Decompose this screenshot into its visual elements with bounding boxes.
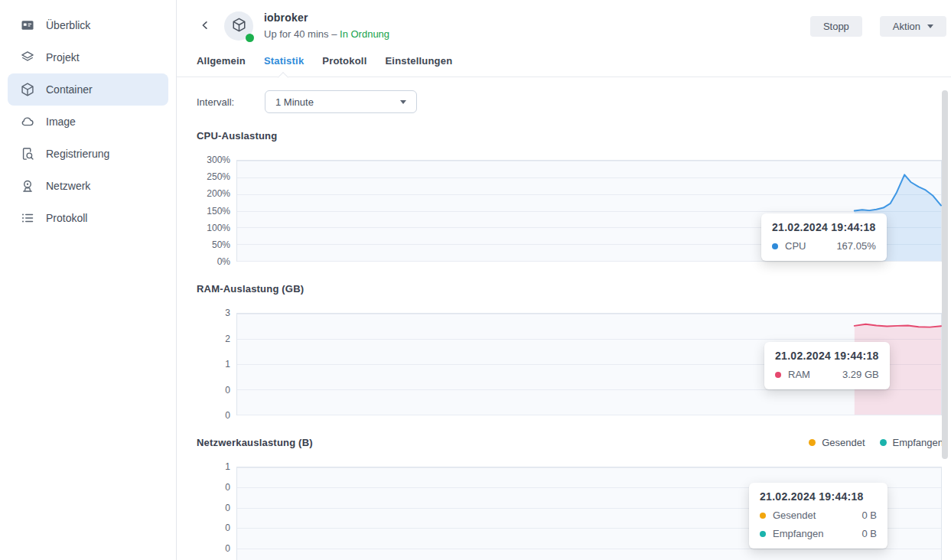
tooltip-series-label: Gesendet [773, 510, 816, 521]
container-cube-icon [231, 17, 247, 35]
sidebar-item-image[interactable]: Image [8, 106, 168, 138]
y-tick-label: 300% [207, 155, 230, 165]
tooltip-row: Gesendet0 B [760, 510, 877, 521]
tooltip-row: CPU167.05% [772, 240, 876, 252]
sidebar-item-label: Image [46, 116, 76, 128]
container-cube-icon [20, 82, 35, 97]
back-button[interactable] [197, 18, 213, 34]
sidebar-item-container[interactable]: Container [8, 73, 168, 106]
network-hub-icon [20, 178, 35, 194]
chart-title: CPU-Auslastung [197, 130, 277, 142]
tooltip-series-value: 0 B [842, 510, 877, 521]
y-tick-label: 0 [225, 482, 230, 493]
y-tick-label: 0 [225, 385, 230, 396]
container-avatar [224, 11, 253, 41]
sidebar-item-ueberblick[interactable]: Überblick [8, 9, 168, 41]
y-tick-label: 0 [225, 410, 230, 421]
tooltip-series-label: Empfangen [773, 528, 824, 539]
y-tick-label: 0% [217, 256, 230, 267]
chart-tooltip: 21.02.2024 19:44:18Gesendet0 BEmpfangen0… [749, 483, 887, 549]
chart-header: RAM-Auslastung (GB) [197, 283, 951, 295]
y-tick-label: 1 [225, 359, 230, 370]
tooltip-date: 21.02.2024 19:44:18 [775, 350, 879, 362]
chart-ram: RAM-Auslastung (GB)3210021.02.2024 19:44… [197, 283, 951, 415]
gridline [237, 415, 941, 415]
tooltip-series-value: 0 B [842, 528, 877, 539]
tooltip-series-value: 3.29 GB [822, 369, 879, 380]
chevron-left-icon [198, 18, 212, 34]
chart-header: CPU-Auslastung [197, 130, 951, 142]
y-tick-label: 1 [225, 461, 230, 472]
chart-netzwerk: Netzwerkauslastung (B)GesendetEmpfangen1… [197, 437, 951, 560]
interval-row: Intervall: 1 Minute [197, 90, 951, 113]
gridline [237, 467, 941, 468]
gridline [237, 261, 941, 262]
tab-allgemein[interactable]: Allgemein [197, 55, 246, 67]
registry-search-icon [20, 146, 35, 161]
action-button-label: Aktion [893, 21, 920, 32]
running-status-dot [246, 34, 254, 42]
y-axis: 300%250%200%150%100%50%0% [197, 160, 236, 262]
y-axis: 32100 [197, 313, 236, 415]
sidebar-item-projekt[interactable]: Projekt [8, 41, 168, 73]
stop-button[interactable]: Stopp [810, 16, 862, 37]
health-status-text: In Ordnung [340, 28, 389, 40]
chevron-down-icon [927, 24, 933, 28]
legend-item: Empfangen [880, 437, 944, 448]
chart-title: RAM-Auslastung (GB) [197, 283, 304, 295]
chart-title: Netzwerkauslastung (B) [197, 437, 313, 448]
chart-plot-area[interactable]: 21.02.2024 19:44:18RAM3.29 GB [236, 313, 942, 415]
legend-label: Empfangen [893, 437, 944, 448]
chart-plot-area[interactable]: 21.02.2024 19:44:18Gesendet0 BEmpfangen0… [236, 467, 942, 560]
sidebar-item-label: Überblick [46, 19, 90, 31]
tooltip-row: Empfangen0 B [760, 528, 877, 539]
chart-plot-area[interactable]: 21.02.2024 19:44:18CPU167.05% [236, 160, 942, 262]
project-layers-icon [20, 50, 35, 65]
y-axis: 100000 [197, 467, 236, 560]
tab-einstellungen[interactable]: Einstellungen [385, 55, 452, 67]
interval-selected-value: 1 Minute [275, 96, 400, 108]
tab-statistik[interactable]: Statistik [264, 55, 304, 67]
series-dot-icon [775, 372, 781, 378]
series-dot-icon [772, 243, 778, 249]
action-menu-button[interactable]: Aktion [880, 16, 946, 37]
interval-select[interactable]: 1 Minute [265, 90, 417, 113]
sidebar-item-label: Container [46, 83, 93, 96]
y-tick-label: 100% [207, 223, 230, 233]
tooltip-series-label: RAM [788, 369, 810, 380]
y-tick-label: 0 [225, 543, 230, 554]
statistics-content: Intervall: 1 Minute CPU-Auslastung300%25… [177, 90, 951, 560]
overview-card-icon [20, 18, 35, 33]
legend-dot-icon [809, 439, 816, 446]
chevron-down-icon [400, 100, 406, 104]
chart-row: 3210021.02.2024 19:44:18RAM3.29 GB [197, 313, 951, 415]
sidebar-item-label: Netzwerk [46, 180, 90, 192]
sidebar-item-registrierung[interactable]: Registrierung [8, 138, 168, 170]
interval-label: Intervall: [197, 96, 265, 108]
chart-legend: GesendetEmpfangen [809, 437, 943, 448]
chart-cpu: CPU-Auslastung300%250%200%150%100%50%0%2… [197, 130, 951, 262]
uptime-text: Up for 40 mins [264, 28, 329, 40]
sidebar-nav: ÜberblickProjektContainerImageRegistrier… [0, 9, 176, 234]
vertical-scrollbar-thumb[interactable] [942, 90, 948, 459]
y-tick-label: 50% [212, 239, 230, 250]
y-tick-label: 0 [225, 503, 230, 513]
sidebar-item-label: Projekt [46, 51, 80, 63]
tooltip-date: 21.02.2024 19:44:18 [772, 221, 876, 233]
tab-protokoll[interactable]: Protokoll [322, 55, 366, 67]
tooltip-series-value: 167.05% [816, 240, 875, 252]
sidebar-item-protokoll[interactable]: Protokoll [8, 202, 168, 234]
y-tick-label: 150% [207, 206, 230, 217]
container-header: iobroker Up for 40 mins – In Ordnung Sto… [177, 0, 951, 49]
main-panel: iobroker Up for 40 mins – In Ordnung Sto… [177, 0, 951, 560]
chart-row: 300%250%200%150%100%50%0%21.02.2024 19:4… [197, 160, 951, 262]
container-name: iobroker [264, 11, 389, 25]
sidebar-item-label: Registrierung [46, 148, 109, 160]
stop-button-label: Stopp [823, 21, 849, 32]
chart-tooltip: 21.02.2024 19:44:18CPU167.05% [761, 213, 887, 261]
separator-text: – [331, 28, 337, 40]
sidebar-item-label: Protokoll [46, 212, 87, 224]
container-manager-window: ÜberblickProjektContainerImageRegistrier… [0, 0, 951, 560]
active-tab-notch [278, 72, 288, 83]
sidebar-item-netzwerk[interactable]: Netzwerk [8, 170, 168, 202]
